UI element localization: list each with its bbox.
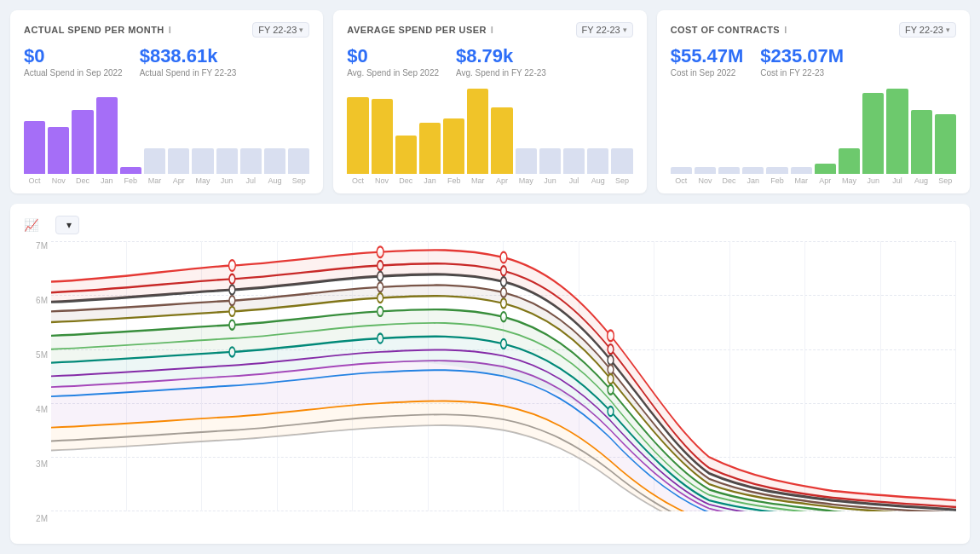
bar-cost-contracts-8[interactable] [862, 93, 884, 174]
bar-actual-spend-11[interactable] [288, 148, 309, 174]
bar-actual-spend-3[interactable] [96, 97, 118, 174]
bar-actual-spend-9[interactable] [240, 148, 262, 174]
bar-label-actual-spend-11: Sep [292, 176, 306, 185]
bar-wrapper-avg-spend-3: Jan [419, 123, 441, 185]
y-label-4m: 4M [24, 405, 48, 414]
bar-avg-spend-1[interactable] [372, 99, 393, 174]
bar-avg-spend-6[interactable] [491, 107, 512, 174]
info-icon-avg-spend[interactable]: i [491, 25, 494, 35]
bar-label-cost-contracts-7: May [842, 176, 856, 185]
card-avg-spend: AVERAGE SPEND PER USER i FY 22-23 ▾ $0 A… [333, 10, 646, 193]
bar-avg-spend-5[interactable] [467, 89, 488, 174]
bar-wrapper-actual-spend-0: Oct [24, 121, 45, 185]
bar-cost-contracts-0[interactable] [671, 167, 692, 174]
bar-label-avg-spend-0: Oct [352, 176, 364, 185]
bar-label-avg-spend-8: Jun [544, 176, 556, 185]
bar-label-avg-spend-5: Mar [471, 176, 485, 185]
bar-wrapper-actual-spend-1: Nov [48, 127, 69, 185]
bar-wrapper-avg-spend-5: Mar [467, 89, 488, 185]
metric-group-1-cost-contracts: $55.47M Cost in Sep 2022 [671, 46, 744, 78]
bar-wrapper-actual-spend-9: Jul [240, 148, 262, 185]
bar-label-actual-spend-4: Feb [124, 176, 138, 185]
bar-wrapper-avg-spend-4: Feb [443, 118, 464, 185]
metric-group-1-avg-spend: $0 Avg. Spend in Sep 2022 [347, 46, 439, 78]
bar-wrapper-avg-spend-11: Sep [611, 148, 632, 185]
bar-actual-spend-1[interactable] [48, 127, 69, 174]
bar-avg-spend-2[interactable] [395, 136, 417, 174]
bar-label-cost-contracts-8: Jun [867, 176, 879, 185]
fy-label-actual-spend: FY 22-23 [258, 25, 297, 35]
bar-label-cost-contracts-0: Oct [675, 176, 687, 185]
bar-cost-contracts-2[interactable] [718, 167, 740, 174]
bar-avg-spend-10[interactable] [587, 148, 608, 174]
card-header-actual-spend: ACTUAL SPEND PER MONTH i FY 22-23 ▾ [24, 22, 309, 38]
bar-cost-contracts-6[interactable] [815, 164, 836, 174]
bar-avg-spend-3[interactable] [419, 123, 441, 174]
bar-cost-contracts-1[interactable] [695, 167, 716, 174]
metric-value-2-cost-contracts: $235.07M [760, 46, 844, 66]
bar-wrapper-actual-spend-3: Jan [96, 97, 118, 185]
bar-wrapper-cost-contracts-11: Sep [935, 114, 956, 185]
bar-avg-spend-7[interactable] [516, 148, 537, 174]
bar-wrapper-cost-contracts-2: Dec [718, 167, 740, 185]
metric-label-1-actual-spend: Actual Spend in Sep 2022 [24, 68, 123, 78]
fy-selector-actual-spend[interactable]: FY 22-23 ▾ [252, 22, 309, 38]
bar-cost-contracts-9[interactable] [886, 89, 908, 174]
bar-label-cost-contracts-10: Aug [914, 176, 928, 185]
metric-value-2-actual-spend: $838.61k [140, 46, 237, 66]
line-chart-svg [51, 241, 956, 511]
bar-cost-contracts-11[interactable] [935, 114, 956, 174]
bar-actual-spend-0[interactable] [24, 121, 45, 174]
chevron-down-icon-actual-spend: ▾ [299, 26, 303, 34]
bar-cost-contracts-3[interactable] [742, 167, 764, 174]
bar-label-avg-spend-10: Aug [591, 176, 605, 185]
bar-avg-spend-11[interactable] [611, 148, 632, 174]
bar-wrapper-cost-contracts-7: May [839, 148, 860, 185]
spends-chart-icon: 📈 [24, 218, 38, 232]
bar-wrapper-avg-spend-7: May [516, 148, 537, 185]
bar-label-avg-spend-3: Jan [424, 176, 436, 185]
metrics-row-cost-contracts: $55.47M Cost in Sep 2022 $235.07M Cost i… [671, 46, 956, 78]
bar-chart-avg-spend: OctNovDecJanFebMarAprMayJunJulAugSep [347, 83, 632, 185]
bar-avg-spend-8[interactable] [539, 148, 561, 174]
department-selector[interactable]: ▾ [55, 216, 79, 234]
bar-cost-contracts-5[interactable] [791, 167, 812, 174]
metric-group-1-actual-spend: $0 Actual Spend in Sep 2022 [24, 46, 123, 78]
bar-wrapper-cost-contracts-5: Mar [791, 167, 812, 185]
bar-label-avg-spend-1: Nov [375, 176, 389, 185]
chart-area [51, 241, 956, 527]
card-title-actual-spend: ACTUAL SPEND PER MONTH i [24, 25, 171, 35]
bar-actual-spend-2[interactable] [72, 110, 93, 174]
bar-cost-contracts-7[interactable] [839, 148, 860, 174]
bar-actual-spend-4[interactable] [120, 167, 141, 174]
y-label-3m: 3M [24, 459, 48, 469]
bar-label-cost-contracts-5: Mar [794, 176, 808, 185]
bar-actual-spend-8[interactable] [216, 148, 238, 174]
bar-actual-spend-5[interactable] [144, 148, 165, 174]
bar-avg-spend-9[interactable] [563, 148, 585, 174]
spends-header: 📈 ▾ [24, 216, 956, 234]
y-label-6m: 6M [24, 296, 48, 305]
card-header-avg-spend: AVERAGE SPEND PER USER i FY 22-23 ▾ [347, 22, 632, 38]
bar-label-cost-contracts-2: Dec [723, 176, 736, 185]
bar-cost-contracts-4[interactable] [766, 167, 787, 174]
metric-label-2-cost-contracts: Cost in FY 22-23 [760, 68, 844, 78]
bar-wrapper-cost-contracts-3: Jan [742, 167, 764, 185]
info-icon-actual-spend[interactable]: i [169, 25, 172, 35]
bar-avg-spend-4[interactable] [443, 118, 464, 174]
fy-selector-avg-spend[interactable]: FY 22-23 ▾ [576, 22, 633, 38]
fy-selector-cost-contracts[interactable]: FY 22-23 ▾ [899, 22, 956, 38]
bar-label-cost-contracts-6: Apr [819, 176, 831, 185]
bar-wrapper-avg-spend-0: Oct [347, 97, 368, 185]
bar-wrapper-actual-spend-8: Jun [216, 148, 238, 185]
bar-actual-spend-6[interactable] [168, 148, 189, 174]
bar-label-actual-spend-0: Oct [29, 176, 41, 185]
bar-actual-spend-7[interactable] [192, 148, 213, 174]
bar-actual-spend-10[interactable] [264, 148, 285, 174]
bar-wrapper-avg-spend-1: Nov [372, 99, 393, 185]
bar-cost-contracts-10[interactable] [911, 110, 932, 174]
bar-label-actual-spend-6: Apr [173, 176, 185, 185]
bar-avg-spend-0[interactable] [347, 97, 368, 174]
info-icon-cost-contracts[interactable]: i [784, 25, 787, 35]
metric-value-2-avg-spend: $8.79k [456, 46, 546, 66]
